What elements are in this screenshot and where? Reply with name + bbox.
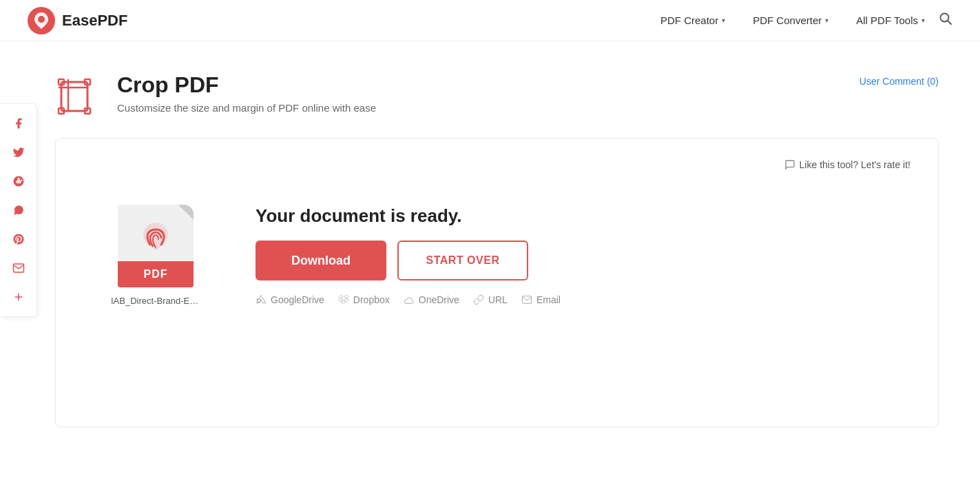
logo-text: EasePDF	[62, 12, 127, 30]
email-share-button[interactable]	[5, 254, 32, 282]
svg-point-9	[17, 178, 19, 180]
ready-text: Your document is ready.	[256, 205, 561, 227]
google-drive-share[interactable]: GoogleDrive	[256, 294, 324, 305]
page-content: Crop PDF Customsize the size and margin …	[0, 41, 980, 455]
nav-pdf-creator[interactable]: PDF Creator ▾	[660, 14, 725, 26]
logo-link[interactable]: EasePDF	[28, 7, 127, 34]
page-title-area: Crop PDF Customsize the size and margin …	[55, 69, 376, 117]
page-header: Crop PDF Customsize the size and margin …	[55, 69, 939, 117]
logo-icon	[28, 7, 55, 34]
url-icon	[473, 294, 484, 305]
email-icon	[521, 294, 532, 305]
pdf-red-banner: PDF	[118, 261, 194, 287]
pinterest-share-button[interactable]	[5, 225, 32, 253]
dropbox-icon	[338, 294, 349, 305]
main-nav: PDF Creator ▾ PDF Converter ▾ All PDF To…	[660, 14, 925, 26]
search-button[interactable]	[939, 12, 952, 29]
twitter-share-button[interactable]	[5, 139, 32, 166]
rate-link-row: Like this tool? Let's rate it!	[83, 159, 910, 170]
email-share-option[interactable]: Email	[521, 294, 561, 305]
whatsapp-share-button[interactable]	[5, 196, 32, 224]
dropbox-share[interactable]: Dropbox	[338, 294, 390, 305]
title-text-block: Crop PDF Customsize the size and margin …	[117, 72, 376, 114]
pdf-filename: IAB_Direct-Brand-Economy-20...	[111, 296, 200, 306]
chat-icon	[784, 159, 795, 170]
svg-line-3	[948, 21, 951, 24]
svg-point-6	[17, 181, 17, 182]
acrobat-icon	[138, 220, 174, 256]
tool-icon-wrapper	[55, 69, 103, 117]
svg-point-5	[16, 180, 21, 183]
action-buttons: Download START OVER	[256, 241, 561, 280]
chevron-down-icon: ▾	[722, 17, 725, 24]
start-over-button[interactable]: START OVER	[397, 241, 528, 280]
svg-rect-12	[61, 82, 87, 111]
url-share[interactable]: URL	[473, 294, 508, 305]
svg-point-1	[38, 16, 45, 23]
reddit-share-button[interactable]	[5, 167, 32, 195]
onedrive-icon	[404, 294, 415, 305]
download-button[interactable]: Download	[256, 241, 386, 280]
action-area: Your document is ready. Download START O…	[256, 205, 561, 305]
more-share-button[interactable]	[5, 283, 32, 311]
pdf-paper: PDF	[118, 205, 194, 287]
nav-all-pdf-tools[interactable]: All PDF Tools ▾	[856, 14, 925, 26]
user-comment-link[interactable]: User Comment (0)	[859, 76, 939, 87]
doc-ready-area: PDF IAB_Direct-Brand-Economy-20... Your …	[83, 191, 910, 320]
svg-point-7	[19, 181, 20, 182]
crop-pdf-icon	[56, 70, 103, 116]
share-options: GoogleDrive Dropbox OneDrive	[256, 294, 561, 305]
chevron-down-icon: ▾	[825, 17, 828, 24]
svg-point-8	[21, 179, 22, 181]
onedrive-share[interactable]: OneDrive	[404, 294, 459, 305]
main-card: Like this tool? Let's rate it!	[55, 138, 939, 427]
pdf-icon-wrapper: PDF	[118, 205, 194, 287]
chevron-down-icon: ▾	[921, 17, 925, 24]
rate-link[interactable]: Like this tool? Let's rate it!	[784, 159, 910, 170]
pdf-label: PDF	[144, 268, 168, 280]
header: EasePDF PDF Creator ▾ PDF Converter ▾ Al…	[0, 0, 980, 41]
nav-pdf-converter[interactable]: PDF Converter ▾	[753, 14, 828, 26]
page-title: Crop PDF	[117, 72, 376, 98]
social-sidebar	[0, 103, 37, 317]
facebook-share-button[interactable]	[5, 110, 32, 137]
page-subtitle: Customsize the size and margin of PDF on…	[117, 102, 376, 114]
pdf-file-preview: PDF IAB_Direct-Brand-Economy-20...	[111, 205, 200, 306]
google-drive-icon	[256, 294, 267, 305]
